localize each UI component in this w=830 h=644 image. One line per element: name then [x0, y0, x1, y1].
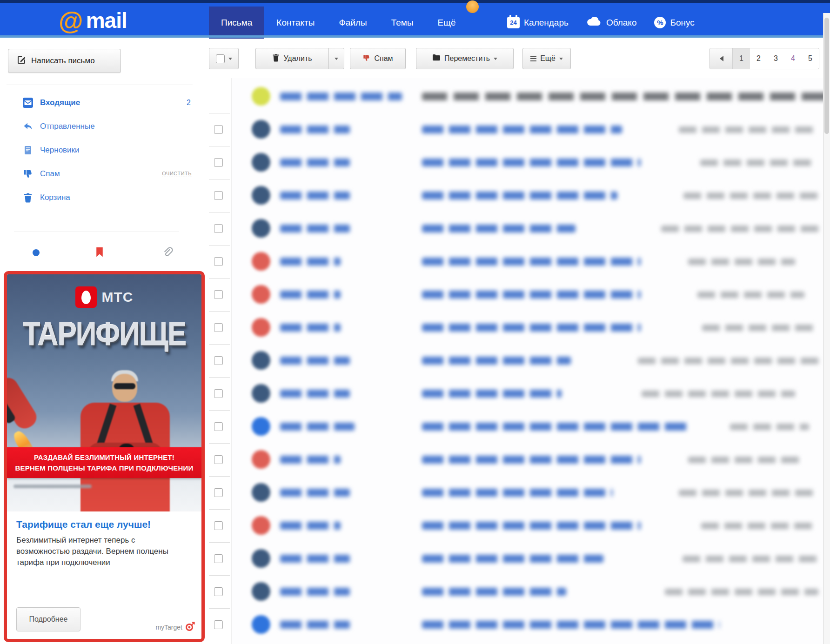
- ad-body: Тарифище стал еще лучше! Безлимитный инт…: [7, 511, 201, 639]
- email-row-checkbox[interactable]: [214, 587, 223, 596]
- email-row[interactable]: [208, 575, 823, 608]
- spam-button[interactable]: Спам: [350, 48, 406, 69]
- email-row-checkbox[interactable]: [214, 323, 223, 332]
- email-row[interactable]: [208, 311, 823, 344]
- email-row[interactable]: [208, 608, 823, 641]
- sender-name-redacted: [280, 126, 350, 133]
- compose-button[interactable]: Написать письмо: [8, 49, 121, 73]
- email-row-checkbox[interactable]: [214, 620, 223, 629]
- email-row-checkbox[interactable]: [214, 191, 223, 200]
- row-divider: [209, 146, 230, 146]
- folder-inbox[interactable]: Входящие 2: [7, 91, 193, 114]
- select-all-checkbox[interactable]: [216, 54, 225, 63]
- tab-files[interactable]: Файлы: [327, 7, 379, 39]
- page-1[interactable]: 1: [733, 48, 750, 69]
- sender-avatar: [252, 120, 270, 139]
- service-calendar[interactable]: 24 Календарь: [507, 17, 569, 28]
- email-row[interactable]: [208, 212, 823, 245]
- email-row[interactable]: [208, 377, 823, 410]
- ad-details-button[interactable]: Подробнее: [16, 607, 80, 631]
- email-row-checkbox[interactable]: [214, 290, 223, 299]
- notification-badge: [466, 0, 479, 13]
- move-button[interactable]: Переместить: [416, 48, 514, 69]
- subject-redacted: [422, 357, 571, 365]
- email-row[interactable]: [208, 146, 823, 179]
- email-row[interactable]: [208, 410, 823, 443]
- email-row-checkbox[interactable]: [214, 455, 223, 464]
- tab-themes[interactable]: Темы: [379, 7, 426, 39]
- snippet-date-redacted: [700, 159, 817, 166]
- mts-logo: МТС: [7, 286, 201, 308]
- header-bottom-strip: [0, 35, 830, 38]
- email-row[interactable]: [208, 509, 823, 542]
- email-row-checkbox[interactable]: [214, 356, 223, 365]
- clear-spam-link[interactable]: ОЧИСТИТЬ: [162, 171, 192, 177]
- delete-trash-icon: [272, 53, 280, 64]
- ad-banner[interactable]: МТС ТАРИФИЩЕ РАЗДАВАЙ БЕЗЛИМИТНЫЙ ИНТЕРН…: [4, 271, 205, 642]
- chevron-down-icon: [494, 58, 497, 62]
- prev-page-button[interactable]: [710, 48, 733, 69]
- arrow-left-icon: [717, 56, 723, 61]
- email-row-checkbox[interactable]: [214, 422, 223, 431]
- email-row[interactable]: [208, 245, 823, 278]
- email-row-checkbox[interactable]: [214, 224, 223, 233]
- sender-name-redacted: [280, 555, 350, 563]
- cloud-icon: [586, 16, 602, 29]
- sender-name-redacted: [280, 456, 341, 464]
- email-row[interactable]: [208, 344, 823, 377]
- email-row-checkbox[interactable]: [214, 125, 223, 134]
- subject-redacted: [422, 159, 641, 166]
- email-row-checkbox[interactable]: [214, 521, 223, 530]
- email-row[interactable]: [208, 80, 823, 113]
- folder-trash[interactable]: Корзина: [7, 186, 193, 209]
- flag-filter-icon[interactable]: [95, 246, 104, 259]
- tab-contacts[interactable]: Контакты: [264, 7, 327, 39]
- snippet-date-redacted: [697, 292, 804, 298]
- tab-more[interactable]: Ещё: [426, 7, 468, 39]
- select-all-button[interactable]: [209, 48, 239, 69]
- email-row[interactable]: [208, 179, 823, 212]
- delete-dropdown-button[interactable]: [328, 48, 344, 69]
- page-5[interactable]: 5: [802, 48, 819, 69]
- scrollbar-thumb[interactable]: [824, 18, 829, 134]
- email-row[interactable]: [208, 113, 823, 146]
- folder-drafts-label: Черновики: [40, 146, 80, 155]
- email-row-checkbox[interactable]: [214, 257, 223, 266]
- sender-avatar: [252, 549, 270, 568]
- more-button[interactable]: Ещё: [522, 48, 571, 69]
- unread-filter-icon[interactable]: [33, 249, 40, 256]
- email-row-checkbox[interactable]: [214, 488, 223, 497]
- folder-inbox-count: 2: [187, 99, 191, 107]
- snippet-date-redacted: [730, 424, 809, 430]
- tab-letters[interactable]: Письма: [209, 7, 264, 39]
- email-row-checkbox[interactable]: [214, 554, 223, 563]
- ad-image: МТС ТАРИФИЩЕ РАЗДАВАЙ БЕЗЛИМИТНЫЙ ИНТЕРН…: [7, 274, 201, 511]
- delete-button[interactable]: Удалить: [255, 48, 329, 69]
- email-row[interactable]: [208, 476, 823, 509]
- attachment-filter-icon[interactable]: [162, 246, 173, 259]
- service-bonus-label: Бонус: [670, 18, 694, 28]
- sender-name-redacted: [280, 93, 402, 100]
- service-bonus[interactable]: % Бонус: [654, 17, 694, 28]
- compose-label: Написать письмо: [31, 56, 95, 66]
- page-4[interactable]: 4: [784, 48, 802, 69]
- email-row[interactable]: [208, 443, 823, 476]
- sender-name-redacted: [280, 423, 355, 431]
- email-row-checkbox[interactable]: [214, 158, 223, 167]
- chevron-down-icon: [559, 58, 563, 62]
- ad-network[interactable]: myTarget: [155, 621, 196, 633]
- snippet-date-redacted: [688, 457, 800, 463]
- folder-spam[interactable]: Спам ОЧИСТИТЬ: [7, 162, 193, 186]
- email-row[interactable]: [208, 542, 823, 575]
- page-2[interactable]: 2: [750, 48, 767, 69]
- folder-sent[interactable]: Отправленные: [7, 114, 193, 138]
- snippet-date-redacted: [638, 358, 819, 364]
- sender-avatar: [252, 285, 270, 304]
- page-3[interactable]: 3: [767, 48, 784, 69]
- email-row-checkbox[interactable]: [214, 389, 223, 398]
- scrollbar[interactable]: [823, 13, 830, 644]
- email-row[interactable]: [208, 278, 823, 311]
- service-cloud[interactable]: Облако: [586, 16, 637, 29]
- mailru-logo[interactable]: @ mail: [59, 7, 127, 33]
- folder-drafts[interactable]: Черновики: [7, 138, 193, 162]
